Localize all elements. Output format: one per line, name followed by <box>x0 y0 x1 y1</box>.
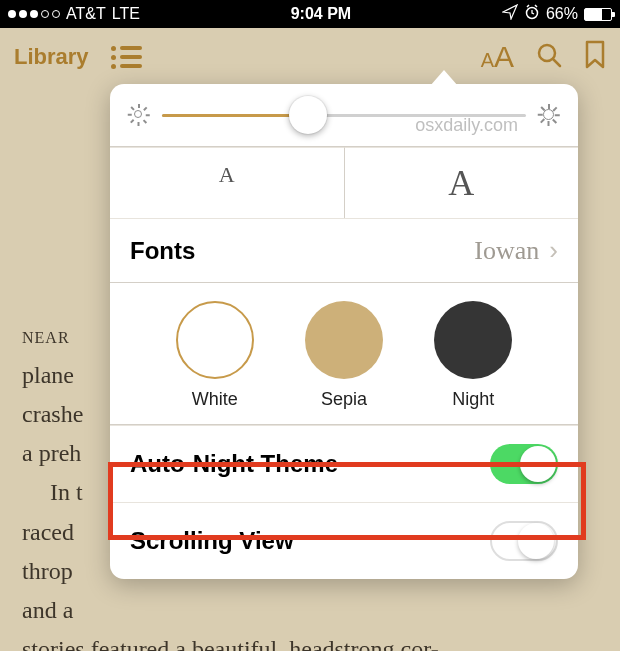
scrolling-view-label: Scrolling View <box>130 527 294 555</box>
signal-strength-icon <box>8 10 60 18</box>
appearance-button[interactable]: AA <box>481 40 514 74</box>
theme-night-swatch <box>434 301 512 379</box>
search-button[interactable] <box>536 42 562 72</box>
status-right: 66% <box>502 4 612 24</box>
chevron-right-icon: › <box>549 235 558 266</box>
fonts-label: Fonts <box>130 237 195 265</box>
brightness-thumb[interactable] <box>289 96 327 134</box>
scrolling-view-row: Scrolling View <box>110 502 578 579</box>
network-label: LTE <box>112 5 140 23</box>
auto-night-toggle[interactable] <box>490 444 558 484</box>
theme-night[interactable]: Night <box>434 301 512 410</box>
reader-toolbar: Library AA <box>0 28 620 86</box>
font-smaller-button[interactable]: A <box>110 147 345 218</box>
theme-white[interactable]: White <box>176 301 254 410</box>
auto-night-label: Auto-Night Theme <box>130 450 338 478</box>
status-bar: AT&T LTE 9:04 PM 66% <box>0 0 620 28</box>
brightness-slider-row: osxdaily.com <box>110 84 578 147</box>
alarm-icon <box>524 4 540 24</box>
carrier-label: AT&T <box>66 5 106 23</box>
battery-icon <box>584 8 612 21</box>
bookmark-button[interactable] <box>584 40 606 74</box>
status-left: AT&T LTE <box>8 5 140 23</box>
appearance-popover: osxdaily.com A A Fonts Iowan › White Sep… <box>110 84 578 579</box>
clock: 9:04 PM <box>291 5 351 23</box>
brightness-high-icon <box>538 104 560 126</box>
fonts-value: Iowan <box>474 236 539 266</box>
themes-row: White Sepia Night <box>110 283 578 425</box>
toc-button[interactable] <box>111 46 142 69</box>
battery-pct: 66% <box>546 5 578 23</box>
theme-sepia[interactable]: Sepia <box>305 301 383 410</box>
fonts-row[interactable]: Fonts Iowan › <box>110 218 578 282</box>
brightness-low-icon <box>128 104 150 126</box>
auto-night-row: Auto-Night Theme <box>110 425 578 502</box>
location-icon <box>502 4 518 24</box>
font-size-row: A A Fonts Iowan › <box>110 147 578 283</box>
theme-white-swatch <box>176 301 254 379</box>
scrolling-view-toggle[interactable] <box>490 521 558 561</box>
watermark: osxdaily.com <box>415 115 518 136</box>
theme-sepia-swatch <box>305 301 383 379</box>
svg-line-2 <box>553 59 560 66</box>
font-larger-button[interactable]: A <box>345 147 579 218</box>
library-button[interactable]: Library <box>14 44 89 70</box>
